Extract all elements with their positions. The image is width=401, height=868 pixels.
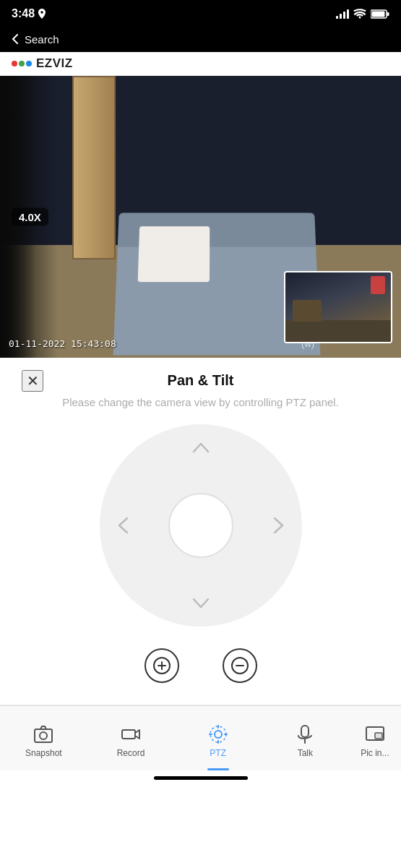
time-display: 3:48 [12, 7, 35, 20]
record-icon [121, 724, 141, 744]
ptz-panel: ✕ Pan & Tilt Please change the camera vi… [0, 358, 401, 705]
svg-point-11 [215, 731, 222, 738]
zoom-in-icon [152, 656, 171, 675]
svg-rect-8 [35, 729, 52, 742]
ptz-down-button[interactable] [192, 598, 210, 609]
zoom-controls [22, 641, 379, 697]
zoom-out-icon [230, 656, 249, 675]
status-time: 3:48 [12, 7, 46, 20]
camera-background: 4.0X 01-11-2022 15:43:08 (w) [0, 76, 401, 358]
status-icons [336, 9, 389, 19]
tab-bar: Snapshot Record PTZ Talk [0, 705, 401, 770]
svg-point-12 [210, 726, 226, 742]
nav-bar: Search [0, 26, 401, 52]
ptz-icon [208, 724, 228, 744]
arrow-left-icon [117, 517, 129, 534]
brand-name: EZVIZ [36, 56, 73, 71]
location-icon [38, 9, 46, 19]
logo-dot-blue [26, 61, 32, 66]
joystick-center[interactable] [168, 493, 233, 558]
ptz-subtitle: Please change the camera view by control… [22, 395, 379, 410]
tab-ptz-label: PTZ [210, 748, 226, 758]
svg-rect-2 [387, 12, 389, 16]
zoom-badge: 4.0X [12, 208, 48, 226]
tab-talk[interactable]: Talk [262, 706, 349, 770]
snapshot-icon [33, 724, 53, 744]
svg-rect-17 [301, 726, 309, 737]
mini-floor [285, 320, 391, 342]
mini-preview[interactable] [284, 271, 392, 343]
joystick-container [22, 424, 379, 627]
talk-icon [295, 724, 315, 744]
camera-view: 4.0X 01-11-2022 15:43:08 (w) [0, 76, 401, 358]
timestamp: 01-11-2022 15:43:08 [9, 338, 116, 349]
arrow-down-icon [192, 598, 210, 609]
back-button[interactable]: Search [12, 33, 59, 46]
joystick-outer[interactable] [100, 424, 302, 627]
home-bar [154, 776, 248, 780]
ptz-left-button[interactable] [117, 517, 129, 534]
status-bar: 3:48 [0, 0, 401, 26]
logo-dot-green [19, 61, 25, 66]
svg-rect-1 [372, 11, 385, 17]
logo-dot-red [12, 61, 17, 66]
door-frame [72, 76, 116, 259]
back-label: Search [25, 33, 59, 46]
tab-picin[interactable]: Pic in... [349, 706, 401, 770]
tab-ptz[interactable]: PTZ [174, 706, 262, 770]
ezviz-logo-dots [12, 61, 32, 66]
tab-snapshot[interactable]: Snapshot [0, 706, 87, 770]
arrow-right-icon [273, 517, 285, 534]
battery-icon [371, 9, 389, 19]
tab-active-indicator [207, 768, 229, 770]
zoom-in-button[interactable] [145, 648, 179, 683]
tab-snapshot-label: Snapshot [25, 748, 62, 758]
wifi-icon [353, 9, 366, 19]
svg-rect-20 [375, 733, 382, 739]
home-indicator [0, 770, 401, 787]
tab-talk-label: Talk [298, 748, 313, 758]
picin-icon [365, 724, 385, 744]
ezviz-header: EZVIZ [0, 52, 401, 76]
mini-object [293, 300, 322, 322]
tab-record[interactable]: Record [87, 706, 175, 770]
svg-point-9 [40, 732, 47, 739]
zoom-out-button[interactable] [223, 648, 257, 683]
signal-icon [336, 9, 349, 19]
tab-picin-label: Pic in... [361, 748, 389, 758]
ptz-title: Pan & Tilt [168, 372, 234, 389]
back-chevron-icon [12, 33, 19, 45]
ptz-header: ✕ Pan & Tilt [22, 372, 379, 389]
mini-lamp [371, 276, 385, 294]
mini-preview-scene [285, 272, 391, 342]
ptz-close-button[interactable]: ✕ [22, 370, 43, 392]
ptz-up-button[interactable] [192, 442, 210, 453]
sofa-cloth [138, 226, 210, 282]
svg-rect-10 [122, 730, 135, 739]
ptz-right-button[interactable] [273, 517, 285, 534]
tab-record-label: Record [117, 748, 145, 758]
arrow-up-icon [192, 442, 210, 453]
